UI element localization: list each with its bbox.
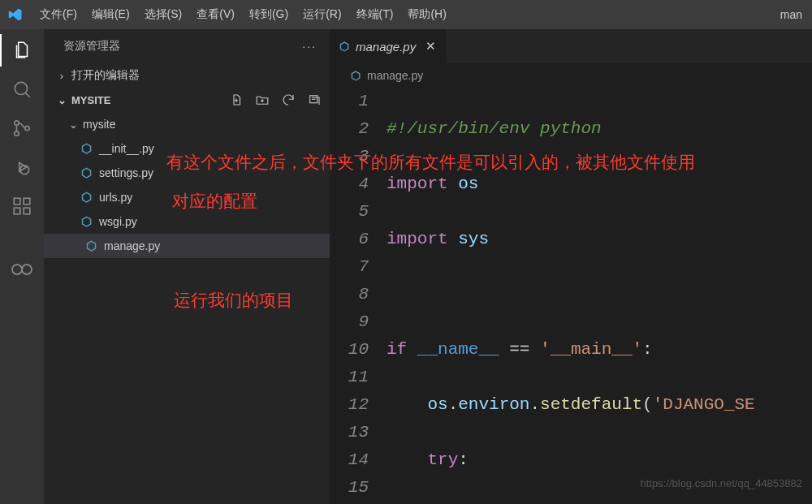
line-numbers: 123 456 789 101112 131415 [330, 88, 387, 504]
root-folder[interactable]: ⌄ MYSITE [44, 88, 330, 112]
title-bar: 文件(F) 编辑(E) 选择(S) 查看(V) 转到(G) 运行(R) 终端(T… [0, 0, 812, 29]
python-file-icon: ⬡ [351, 69, 361, 82]
python-file-icon: ⬡ [78, 213, 94, 230]
explorer-icon[interactable] [11, 39, 33, 62]
new-file-icon[interactable] [229, 93, 244, 107]
svg-rect-7 [14, 208, 20, 214]
file-label: manage.py [104, 239, 160, 252]
collapse-all-icon[interactable] [307, 93, 322, 107]
file-manage[interactable]: ⬡ manage.py [44, 234, 330, 258]
python-file-icon: ⬡ [83, 238, 99, 254]
file-label: settings.py [99, 166, 153, 179]
python-file-icon: ⬡ [78, 189, 94, 205]
more-actions-icon[interactable]: ··· [302, 40, 317, 53]
activity-bar [0, 29, 44, 504]
breadcrumb[interactable]: ⬡ manage.py [330, 63, 812, 88]
menu-bar: 文件(F) 编辑(E) 选择(S) 查看(V) 转到(G) 运行(R) 终端(T… [32, 4, 454, 25]
svg-point-2 [15, 131, 19, 136]
explorer-title: 资源管理器 [63, 39, 120, 54]
code-content[interactable]: #!/usr/bin/env python import os import s… [387, 88, 812, 504]
chevron-right-icon: › [55, 70, 68, 82]
sidebar: 资源管理器 ··· › 打开的编辑器 ⌄ MYSITE ⌄ mysite [44, 29, 330, 504]
menu-view[interactable]: 查看(V) [189, 4, 242, 25]
menu-terminal[interactable]: 终端(T) [349, 4, 401, 25]
python-file-icon: ⬡ [78, 165, 94, 181]
menu-run[interactable]: 运行(R) [296, 4, 348, 25]
extensions-icon[interactable] [11, 195, 33, 218]
menu-file[interactable]: 文件(F) [32, 4, 84, 25]
file-label: __init__.py [99, 142, 154, 155]
folder-mysite[interactable]: ⌄ mysite [44, 112, 330, 136]
svg-point-1 [15, 121, 19, 125]
code-editor[interactable]: 123 456 789 101112 131415 #!/usr/bin/env… [330, 88, 812, 504]
python-file-icon: ⬡ [78, 140, 94, 157]
open-editors-label: 打开的编辑器 [71, 68, 140, 83]
file-wsgi[interactable]: ⬡ wsgi.py [44, 209, 330, 234]
menu-edit[interactable]: 编辑(E) [84, 4, 137, 25]
window-title: man [780, 8, 807, 21]
tab-label: manage.py [356, 40, 416, 54]
file-label: urls.py [99, 191, 132, 204]
menu-selection[interactable]: 选择(S) [137, 4, 190, 25]
file-tree: › 打开的编辑器 ⌄ MYSITE ⌄ mysite ⬡ __init__.py [44, 63, 330, 258]
debug-icon[interactable] [11, 156, 33, 179]
svg-rect-9 [24, 198, 30, 205]
refresh-icon[interactable] [281, 93, 296, 107]
svg-rect-6 [14, 198, 20, 205]
svg-point-3 [25, 126, 29, 130]
folder-label: mysite [83, 118, 115, 131]
open-editors-section[interactable]: › 打开的编辑器 [44, 63, 330, 88]
file-init[interactable]: ⬡ __init__.py [44, 136, 330, 161]
root-folder-label: MYSITE [71, 94, 110, 106]
sidebar-header: 资源管理器 ··· [44, 29, 330, 63]
remote-icon[interactable] [11, 258, 33, 281]
menu-go[interactable]: 转到(G) [242, 4, 296, 25]
svg-point-11 [22, 265, 32, 274]
python-file-icon: ⬡ [339, 40, 349, 53]
tab-manage-py[interactable]: ⬡ manage.py ✕ [330, 29, 447, 63]
svg-rect-8 [24, 208, 30, 214]
breadcrumb-label: manage.py [367, 69, 423, 82]
chevron-down-icon: ⌄ [67, 118, 80, 131]
close-tab-icon[interactable]: ✕ [425, 39, 436, 54]
tab-bar: ⬡ manage.py ✕ [330, 29, 812, 63]
new-folder-icon[interactable] [255, 93, 270, 107]
menu-help[interactable]: 帮助(H) [400, 4, 453, 25]
search-icon[interactable] [11, 78, 33, 101]
file-settings[interactable]: ⬡ settings.py [44, 161, 330, 185]
file-label: wsgi.py [99, 215, 137, 228]
editor-group: ⬡ manage.py ✕ ⬡ manage.py 123 456 789 10… [330, 29, 812, 504]
file-urls[interactable]: ⬡ urls.py [44, 185, 330, 209]
svg-point-0 [15, 82, 27, 94]
source-control-icon[interactable] [11, 117, 33, 140]
vscode-logo-icon [8, 7, 23, 22]
svg-point-10 [12, 265, 22, 274]
chevron-down-icon: ⌄ [55, 94, 68, 106]
